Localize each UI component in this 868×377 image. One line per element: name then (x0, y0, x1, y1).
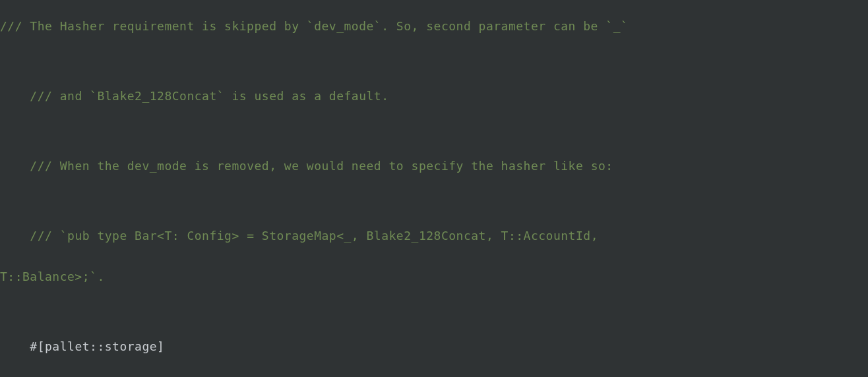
attribute: #[pallet::storage] (30, 339, 164, 353)
code-block: /// The Hasher requirement is skipped by… (0, 0, 868, 377)
code-line: /// `pub type Bar<T: Config> = StorageMa… (0, 221, 868, 250)
indent (0, 82, 30, 111)
code-line: #[pallet::storage] (0, 332, 868, 361)
indent (0, 152, 30, 181)
code-line: /// The Hasher requirement is skipped by… (0, 12, 868, 41)
blank-line (0, 130, 7, 144)
blank-line (0, 200, 7, 214)
doc-comment: /// and `Blake2_128Concat` is used as a … (30, 89, 388, 103)
doc-comment: /// `pub type Bar<T: Config> = StorageMa… (30, 229, 598, 243)
blank-line (0, 310, 7, 324)
blank-line (0, 60, 7, 74)
code-line: T::Balance>;`. (0, 262, 868, 291)
indent (0, 332, 30, 361)
code-line: /// When the dev_mode is removed, we wou… (0, 152, 868, 181)
doc-comment: /// When the dev_mode is removed, we wou… (30, 159, 613, 173)
indent (0, 221, 30, 250)
doc-comment: T::Balance>;`. (0, 270, 105, 283)
doc-comment: /// The Hasher requirement is skipped by… (0, 19, 628, 33)
code-line: /// and `Blake2_128Concat` is used as a … (0, 82, 868, 111)
